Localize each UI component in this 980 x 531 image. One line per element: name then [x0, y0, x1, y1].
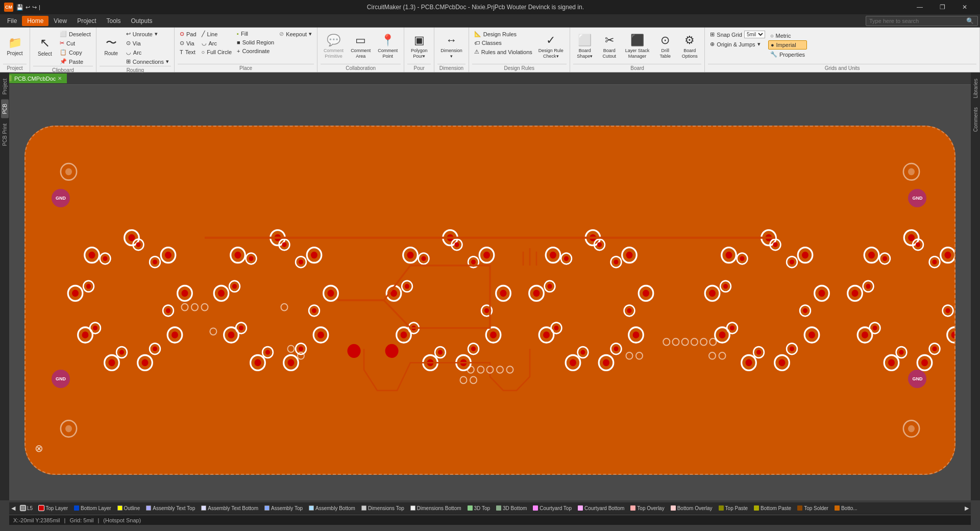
snap-grid-selector[interactable]: ⊞ Snap Grid 5mil [708, 30, 767, 39]
layer-dims-bottom[interactable]: Dimensions Bottom [407, 504, 464, 512]
sidebar-tab-pcb[interactable]: PCB [1, 100, 9, 118]
svg-point-222 [281, 304, 288, 311]
via-button[interactable]: ⊙ Via [124, 39, 171, 47]
fill-button[interactable]: ▪ Fill [235, 30, 276, 38]
line-button[interactable]: ╱ Line [200, 30, 234, 38]
layer-courtyard-bottom[interactable]: Courtyard Bottom [575, 504, 627, 512]
layer-bottom-solder[interactable]: Botto... [831, 504, 861, 512]
clipboard-group-label: Clipboard [33, 66, 93, 73]
deselect-button[interactable]: ⬜ Deselect [58, 30, 93, 38]
layer-courtyard-top[interactable]: Courtyard Top [530, 504, 575, 512]
layer-dims-top[interactable]: Dimensions Top [358, 504, 407, 512]
layer-3d-bottom[interactable]: 3D Bottom [493, 504, 530, 512]
layer-3d-top[interactable]: 3D Top [464, 504, 494, 512]
board-cutout-icon: ✂ [605, 34, 614, 47]
layer-bar[interactable]: ◀ L5 Top Layer Bottom Layer Outline Asse… [9, 502, 971, 514]
sidebar-tab-project[interactable]: Project [1, 75, 9, 99]
menu-item-file[interactable]: File [2, 16, 22, 26]
keepout-button[interactable]: ⊘ Keepout ▾ [277, 30, 314, 38]
close-tab-button[interactable]: ✕ [58, 76, 62, 81]
maximize-button[interactable]: ❐ [931, 0, 953, 14]
paste-icon: 📌 [60, 58, 67, 65]
properties-button[interactable]: 🔧 Properties [768, 50, 807, 59]
search-input[interactable] [869, 18, 966, 24]
board-cutout-button[interactable]: ✂ BoardCutout [598, 30, 621, 63]
project-button[interactable]: 📁 Project [3, 30, 27, 63]
layer-top-paste[interactable]: Top Paste [716, 504, 751, 512]
classes-button[interactable]: 🏷 Classes [472, 39, 534, 47]
pcb-doc-tab[interactable]: 🟩 PCB.CMPcbDoc ✕ [0, 74, 67, 83]
sidebar-tab-comments[interactable]: Comments [972, 103, 979, 136]
comment-point-button[interactable]: 📍 CommentPoint [375, 30, 401, 63]
paste-button[interactable]: 📌 Paste [58, 57, 93, 66]
menu-item-tools[interactable]: Tools [102, 16, 126, 26]
fullcircle-button[interactable]: ○ Full Circle [200, 48, 234, 56]
layer-bottom[interactable]: Bottom Layer [71, 504, 114, 512]
minimize-button[interactable]: — [909, 0, 931, 14]
arc-icon: ◡ [126, 49, 131, 56]
metric-button[interactable]: ○ Metric [768, 32, 807, 40]
layer-assembly-text-bottom[interactable]: Assembly Text Bottom [198, 504, 261, 512]
unroute-button[interactable]: ↩ Unroute ▾ [124, 30, 171, 38]
rules-violations-button[interactable]: ⚠ Rules and Violations [472, 47, 534, 56]
svg-point-43 [288, 359, 295, 367]
design-rules-button[interactable]: 📐 Design Rules [472, 30, 534, 38]
svg-point-226 [468, 366, 474, 373]
layer-assembly-top[interactable]: Assembly Top [261, 504, 306, 512]
sidebar-tab-libraries[interactable]: Libraries [972, 75, 979, 102]
board-shape-button[interactable]: ⬜ BoardShape▾ [573, 30, 597, 63]
copy-button[interactable]: 📋 Copy [58, 48, 93, 57]
imperial-button[interactable]: ● Imperial [768, 40, 807, 50]
cut-button[interactable]: ✂ Cut [58, 39, 93, 47]
menu-item-project[interactable]: Project [72, 16, 101, 26]
route-button[interactable]: 〜 Route [100, 30, 123, 63]
layer-assembly-text-top[interactable]: Assembly Text Top [143, 504, 198, 512]
sidebar-tab-pcb-print[interactable]: PCB Print [1, 119, 9, 150]
coordinate-button[interactable]: + Coordinate [235, 47, 276, 55]
svg-point-236 [691, 339, 698, 346]
project-group-label: Project [3, 64, 27, 71]
comment-primitive-button[interactable]: 💬 CommentPrimitive [321, 30, 347, 63]
close-button[interactable]: ✕ [953, 0, 976, 14]
dimension-button[interactable]: ↔ Dimension▾ [437, 30, 465, 63]
place-group-label: Place [178, 64, 314, 71]
menu-item-view[interactable]: View [48, 16, 72, 26]
quick-access-save[interactable]: 💾 [16, 4, 23, 11]
select-button[interactable]: ↖ Select [33, 30, 57, 63]
layer-assembly-bottom[interactable]: Assembly Bottom [306, 504, 358, 512]
origin-jumps-button[interactable]: ⊕ Origin & Jumps ▾ [708, 40, 767, 49]
text-button[interactable]: T Text [178, 48, 199, 56]
layer-bottom-overlay[interactable]: Bottom Overlay [668, 504, 716, 512]
layer-bottom-paste[interactable]: Bottom Paste [751, 504, 794, 512]
arc-place-button[interactable]: ◡ Arc [200, 39, 234, 47]
drill-table-button[interactable]: ⊙ DrillTable [653, 30, 677, 63]
connections-button[interactable]: ⊞ Connections ▾ [124, 57, 171, 66]
layer-stack-button[interactable]: ⬛ Layer StackManager [622, 30, 653, 63]
layer-outline[interactable]: Outline [114, 504, 143, 512]
pad-button[interactable]: ⊙ Pad [178, 30, 199, 38]
collaboration-group-label: Collaboration [321, 64, 401, 71]
quick-access-redo[interactable]: ↪ [32, 4, 37, 11]
via-place-button[interactable]: ⊙ Via [178, 39, 199, 47]
menu-item-outputs[interactable]: Outputs [126, 16, 158, 26]
polygon-pour-button[interactable]: ▣ PolygonPour▾ [407, 30, 431, 63]
svg-point-212 [65, 168, 72, 176]
quick-access-undo[interactable]: ↩ [26, 4, 30, 11]
layer-top-solder[interactable]: Top Solder [794, 504, 831, 512]
layer-top-overlay[interactable]: Top Overlay [627, 504, 667, 512]
layer-scroll-left[interactable]: ◀ [9, 505, 17, 512]
board-options-button[interactable]: ⚙ BoardOptions [678, 30, 701, 63]
arc-button[interactable]: ◡ Arc [124, 48, 171, 57]
connections-icon: ⊞ [126, 58, 131, 65]
comment-area-button[interactable]: ▭ CommentArea [348, 30, 374, 63]
layer-scroll-right[interactable]: ▶ [963, 505, 971, 512]
design-rule-check-button[interactable]: ✓ Design RuleCheck▾ [535, 30, 567, 63]
search-box[interactable]: 🔍 [866, 16, 978, 26]
layer-top[interactable]: Top Layer [36, 504, 71, 512]
menu-item-home[interactable]: Home [22, 16, 48, 26]
snap-grid-dropdown[interactable]: 5mil [744, 31, 765, 38]
layer-l5[interactable]: L5 [17, 504, 36, 512]
canvas-area[interactable]: GND GND GND GND [9, 85, 971, 500]
solid-region-button[interactable]: ■ Solid Region [235, 38, 276, 46]
design-rules-icon: 📐 [474, 31, 481, 37]
